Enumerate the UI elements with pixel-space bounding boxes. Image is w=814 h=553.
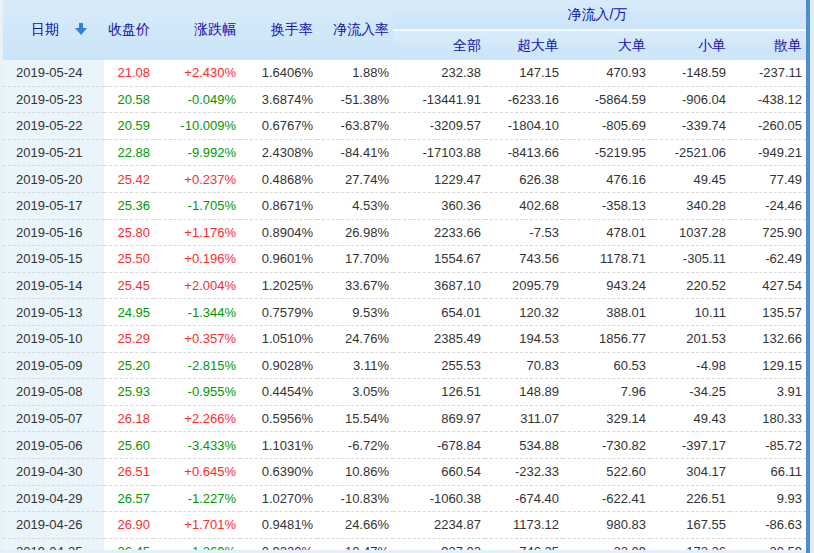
table-row: 2019-05-1625.80+1.176%0.8904%26.98%2233.… [3, 219, 806, 246]
cell-inflow-retail: -85.72 [730, 432, 806, 459]
cell-date: 2019-05-09 [3, 352, 104, 379]
cell-inflow-rate: 9.53% [317, 299, 393, 326]
cell-close: 22.88 [104, 139, 154, 166]
cell-inflow-all: 660.54 [393, 458, 485, 485]
cell-inflow-small: 304.17 [650, 458, 730, 485]
cell-date: 2019-05-08 [3, 379, 104, 406]
cell-inflow-retail: -62.49 [730, 246, 806, 273]
cell-inflow-small: 49.45 [650, 166, 730, 193]
table-row: 2019-05-2220.59-10.009%0.6767%-63.87%-32… [3, 113, 806, 140]
cell-inflow-rate: 1.88% [317, 60, 393, 86]
cell-turnover: 3.6874% [240, 86, 317, 113]
cell-inflow-large: 943.24 [563, 272, 650, 299]
cell-change: +1.701% [154, 512, 240, 539]
cell-inflow-small: 226.51 [650, 485, 730, 512]
table-row: 2019-05-1324.95-1.344%0.7579%9.53%654.01… [3, 299, 806, 326]
cell-date: 2019-05-16 [3, 219, 104, 246]
cell-close: 25.42 [104, 166, 154, 193]
column-header-close: 收盘价 [104, 0, 154, 60]
cell-inflow-small: 10.11 [650, 299, 730, 326]
cell-turnover: 1.1031% [240, 432, 317, 459]
cell-turnover: 0.9028% [240, 352, 317, 379]
cell-inflow-retail: -24.46 [730, 192, 806, 219]
cell-inflow-all: 126.51 [393, 379, 485, 406]
cell-inflow-large: 478.01 [563, 219, 650, 246]
cell-inflow-small: 220.52 [650, 272, 730, 299]
cell-inflow-retail: 9.93 [730, 485, 806, 512]
cell-turnover: 1.0510% [240, 325, 317, 352]
cell-inflow-super: 194.53 [485, 325, 563, 352]
cell-inflow-super: 626.38 [485, 166, 563, 193]
table-row: 2019-04-3026.51+0.645%0.6390%10.86%660.5… [3, 458, 806, 485]
cell-inflow-large: -622.41 [563, 485, 650, 512]
cell-inflow-large: 476.16 [563, 166, 650, 193]
cell-inflow-super: 402.68 [485, 192, 563, 219]
cell-inflow-small: -4.98 [650, 352, 730, 379]
cell-turnover: 0.6390% [240, 458, 317, 485]
cell-turnover: 0.8671% [240, 192, 317, 219]
cell-inflow-super: 120.32 [485, 299, 563, 326]
column-header-inflow-large: 大单 [563, 30, 650, 60]
cell-turnover: 0.6767% [240, 113, 317, 140]
cell-inflow-all: 255.53 [393, 352, 485, 379]
cell-date: 2019-05-06 [3, 432, 104, 459]
cell-inflow-retail: 135.57 [730, 299, 806, 326]
cell-close: 25.80 [104, 219, 154, 246]
cell-change: -3.433% [154, 432, 240, 459]
cell-change: -1.705% [154, 192, 240, 219]
cell-close: 25.45 [104, 272, 154, 299]
cell-close: 20.59 [104, 113, 154, 140]
cell-inflow-retail: 180.33 [730, 405, 806, 432]
panel-border-left [0, 0, 3, 553]
cell-inflow-large: 522.60 [563, 458, 650, 485]
cell-inflow-rate: 24.76% [317, 325, 393, 352]
cell-turnover: 0.9601% [240, 246, 317, 273]
cell-inflow-super: -7.53 [485, 219, 563, 246]
sort-descending-icon[interactable] [75, 23, 87, 35]
table-row: 2019-05-0625.60-3.433%1.1031%-6.72%-678.… [3, 432, 806, 459]
cell-inflow-all: 2385.49 [393, 325, 485, 352]
cell-date: 2019-05-24 [3, 60, 104, 86]
cell-turnover: 0.4454% [240, 379, 317, 406]
cell-inflow-retail: -86.63 [730, 512, 806, 539]
cell-inflow-large: 1856.77 [563, 325, 650, 352]
cell-date: 2019-05-23 [3, 86, 104, 113]
cell-inflow-rate: 15.54% [317, 405, 393, 432]
cell-inflow-super: -232.33 [485, 458, 563, 485]
cell-inflow-retail: -438.12 [730, 86, 806, 113]
table-row: 2019-05-0825.93-0.955%0.4454%3.05%126.51… [3, 379, 806, 406]
cell-close: 26.90 [104, 512, 154, 539]
cell-inflow-rate: 33.67% [317, 272, 393, 299]
cell-inflow-large: 7.96 [563, 379, 650, 406]
cell-turnover: 1.0270% [240, 485, 317, 512]
cell-inflow-retail: 66.11 [730, 458, 806, 485]
column-header-date[interactable]: 日期 [3, 0, 104, 60]
cell-inflow-super: -674.40 [485, 485, 563, 512]
column-header-inflow-super-large: 超大单 [485, 30, 563, 60]
cell-inflow-retail: -260.05 [730, 113, 806, 140]
cell-change: -0.955% [154, 379, 240, 406]
cell-inflow-all: 3687.10 [393, 272, 485, 299]
column-header-change: 涨跌幅 [154, 0, 240, 60]
cell-inflow-super: 2095.79 [485, 272, 563, 299]
column-header-date-label: 日期 [31, 21, 59, 37]
cell-inflow-rate: 3.05% [317, 379, 393, 406]
cell-inflow-super: 70.83 [485, 352, 563, 379]
cell-inflow-retail: 77.49 [730, 166, 806, 193]
cell-inflow-retail: 129.15 [730, 352, 806, 379]
table-row: 2019-05-2122.88-9.992%2.4308%-84.41%-171… [3, 139, 806, 166]
column-header-inflow-all: 全部 [393, 30, 485, 60]
cell-inflow-super: -1804.10 [485, 113, 563, 140]
table-row: 2019-05-1425.45+2.004%1.2025%33.67%3687.… [3, 272, 806, 299]
cell-inflow-retail: 725.90 [730, 219, 806, 246]
cell-close: 25.29 [104, 325, 154, 352]
cell-inflow-all: -3209.57 [393, 113, 485, 140]
cell-inflow-large: -358.13 [563, 192, 650, 219]
cell-inflow-all: -13441.91 [393, 86, 485, 113]
fund-flow-table: 日期 收盘价 涨跌幅 换手率 净流入率 净流入/万 全部 超大单 大单 小单 散… [3, 0, 806, 553]
cell-inflow-rate: -10.83% [317, 485, 393, 512]
cell-close: 26.51 [104, 458, 154, 485]
cell-turnover: 1.2025% [240, 272, 317, 299]
cell-inflow-all: 869.97 [393, 405, 485, 432]
cell-inflow-super: 743.56 [485, 246, 563, 273]
